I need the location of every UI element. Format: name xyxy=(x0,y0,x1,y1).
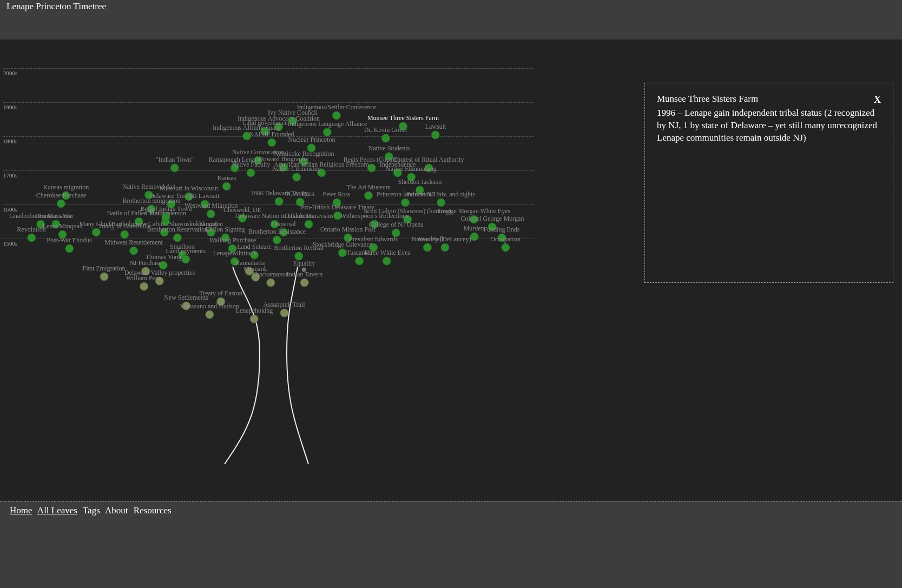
detail-panel: Munsee Three Sisters Farm X 1996 – Lenap… xyxy=(644,83,893,283)
leaf-node[interactable]: First Emigration xyxy=(83,266,126,281)
leaf-node[interactable]: "Indian Town" xyxy=(156,157,194,173)
leaf-node[interactable]: Cherokee Purchase xyxy=(36,193,86,208)
leaf-label: Bethel Indian Town xyxy=(141,205,192,213)
leaf-node[interactable]: Lawsuit xyxy=(425,124,446,140)
leaf-label: Princeton Univ. and rights xyxy=(407,190,475,199)
leaf-dot-icon xyxy=(247,169,255,177)
leaf-dot-icon xyxy=(65,245,74,253)
panel-title: Munsee Three Sisters Farm xyxy=(657,93,758,105)
leaf-node[interactable]: Revolution xyxy=(17,227,45,242)
leaf-node[interactable]: Land payments xyxy=(166,248,206,264)
leaf-node[interactable]: Occupation xyxy=(490,236,520,252)
panel-body: 1996 – Lenape gain independent tribal st… xyxy=(657,107,881,144)
leaf-label: Kansas migration xyxy=(43,183,89,191)
leaf-dot-icon xyxy=(222,182,231,191)
leaf-node[interactable]: Lenapehoking xyxy=(236,308,273,323)
leaf-label: New Settlements xyxy=(164,294,208,302)
leaf-dot-icon xyxy=(338,249,347,257)
leaf-node[interactable]: Dr. Kevin Gover xyxy=(364,127,407,143)
leaf-dot-icon xyxy=(470,233,479,241)
leaf-label: Brotherton Refusal xyxy=(274,244,324,252)
leaf-label: Pontiac's War xyxy=(38,212,73,220)
leaf-label: William Penn xyxy=(126,274,162,282)
leaf-node[interactable]: Princeton Univ. and rights xyxy=(407,191,475,207)
leaf-dot-icon xyxy=(173,234,182,242)
leaf-dot-icon xyxy=(437,199,445,207)
leaf-dot-icon xyxy=(205,310,214,319)
leaf-node[interactable]: Post-War Exodus xyxy=(47,237,91,253)
timetree-canvas[interactable]: 2000s1900s1800s1700s1600s1500s Indigenou… xyxy=(0,39,902,501)
leaf-label: Dispersal xyxy=(271,220,295,228)
leaf-label: Kansas xyxy=(218,174,236,182)
leaf-dot-icon xyxy=(275,197,284,206)
leaf-dot-icon xyxy=(273,236,281,245)
leaf-node[interactable]: Native Faculty xyxy=(232,162,271,177)
leaf-dot-icon xyxy=(250,315,259,323)
leaf-label: Ontario Moravians xyxy=(285,212,334,220)
leaf-label: NAISIP Founded xyxy=(249,130,294,138)
leaf-label: Three White Eyes xyxy=(364,249,410,257)
leaf-dot-icon xyxy=(305,220,313,229)
leaf-label: Cherokee Purchase xyxy=(36,191,86,200)
leaf-node[interactable]: Three White Eyes xyxy=(364,250,410,266)
leaf-label: NJ Lawsuit xyxy=(190,192,220,200)
leaf-label: Easton Signing xyxy=(205,226,245,234)
leaf-label: Funding Ends xyxy=(483,226,519,234)
nav-all-leaves[interactable]: All Leaves xyxy=(37,505,77,516)
leaf-label: Occupation xyxy=(490,235,520,243)
leaf-label: First Emigration xyxy=(83,265,126,273)
leaf-node[interactable]: Bethel Indian Town xyxy=(141,206,192,222)
leaf-node[interactable]: Indigenous Language Alliance xyxy=(288,121,367,137)
leaf-dot-icon xyxy=(355,257,364,266)
leaf-node[interactable]: NAISIP Founded xyxy=(249,131,294,147)
leaf-dot-icon xyxy=(170,164,179,173)
leaf-node[interactable]: Wooley (DeLancey) xyxy=(418,236,471,252)
leaf-label: Native Students xyxy=(368,144,410,153)
footer-nav: Home All Leaves Tags About Resources xyxy=(0,501,902,588)
leaf-label: College of NJ Opens xyxy=(369,221,423,229)
close-icon[interactable]: X xyxy=(874,93,881,106)
leaf-label: Post-War Exodus xyxy=(47,236,91,245)
leaf-label: Native Citizenship xyxy=(272,165,321,173)
leaf-dot-icon xyxy=(100,273,108,281)
app-title: Lenape Princeton Timetree xyxy=(6,0,896,12)
leaf-label: Wooley (DeLancey) xyxy=(418,235,471,243)
leaf-label: Nuclear Princeton xyxy=(288,136,335,144)
leaf-nodes: Indigenous/Settler ConferenceIvy Native … xyxy=(0,39,541,321)
leaf-node[interactable]: Native Citizenship xyxy=(272,166,321,182)
leaf-node[interactable]: Brotherton Refusal xyxy=(274,245,324,261)
leaf-dot-icon xyxy=(381,134,390,143)
nav-about[interactable]: About xyxy=(105,505,128,516)
leaf-label: Equality xyxy=(293,260,315,268)
leaf-label: Native Filmmaking xyxy=(386,165,437,173)
leaf-dot-icon xyxy=(431,131,440,140)
leaf-dot-icon xyxy=(140,282,148,291)
nav-tags[interactable]: Tags xyxy=(83,505,100,516)
leaf-node[interactable]: Verrazano and Hudson xyxy=(180,303,239,319)
leaf-dot-icon xyxy=(383,257,391,266)
leaf-node[interactable]: Indian Tavern xyxy=(287,272,323,287)
leaf-dot-icon xyxy=(181,255,190,264)
leaf-dot-icon xyxy=(57,200,65,208)
leaf-node[interactable]: William Penn xyxy=(126,275,162,291)
leaf-dot-icon xyxy=(332,111,341,120)
leaf-label: Missouri in Wisconsin xyxy=(160,184,218,193)
nav-home[interactable]: Home xyxy=(10,505,32,516)
leaf-label: Brotherton Reservation xyxy=(147,226,208,234)
leaf-node[interactable]: Brotherton Resistance xyxy=(248,229,306,245)
leaf-node[interactable]: Shackamaxon xyxy=(252,272,288,287)
leaf-label: NJ Purchase xyxy=(129,259,162,267)
leaf-label: Brotherton Resistance xyxy=(248,228,306,236)
leaf-label: Shackamaxon xyxy=(252,270,288,279)
leaf-label: Peter Ross xyxy=(323,190,351,199)
leaf-label: Lenni Minquas xyxy=(43,222,82,230)
leaf-label: Witherspoon's Reflections xyxy=(340,212,409,220)
nav-resources[interactable]: Resources xyxy=(134,505,172,516)
leaf-dot-icon xyxy=(266,279,275,287)
leaf-node[interactable]: Kansas xyxy=(218,175,236,191)
leaf-label: Murders xyxy=(464,224,486,233)
leaf-label: Lenapewihittuck xyxy=(213,249,257,257)
leaf-label: Colonel George Morgan xyxy=(461,215,524,223)
leaf-label: Lenapehoking xyxy=(236,307,273,315)
leaf-label: Ontario Mission Post xyxy=(320,226,376,234)
